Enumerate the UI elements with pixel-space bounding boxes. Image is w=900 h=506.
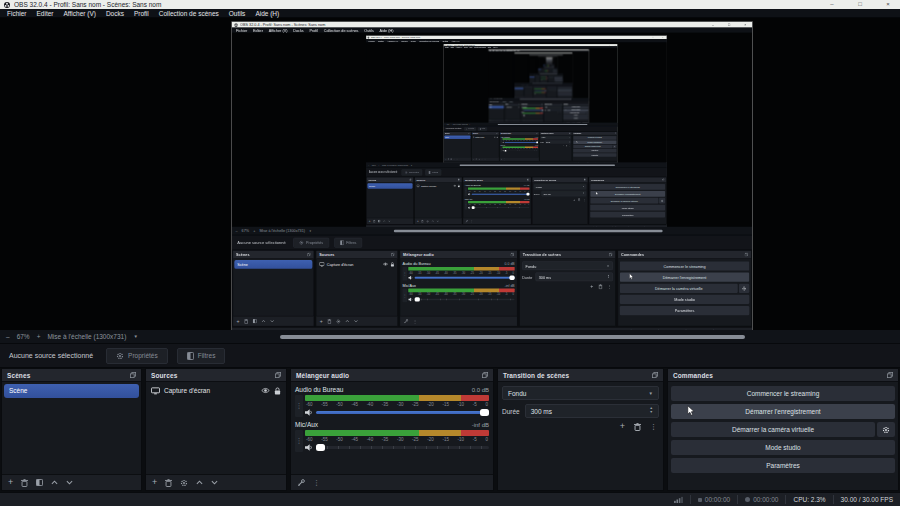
virtual-camera-settings-button[interactable] <box>877 422 895 437</box>
scene-filters-button[interactable] <box>492 120 493 121</box>
speaker-icon[interactable] <box>305 409 313 416</box>
mixer-more-icon[interactable]: ⋮ <box>504 158 505 160</box>
add-transition-button[interactable]: + <box>573 198 575 201</box>
speaker-icon[interactable] <box>468 193 471 196</box>
source-properties-button[interactable] <box>478 158 480 160</box>
start-virtual-camera-button[interactable]: Démarrer la caméra virtuelle <box>671 422 875 437</box>
move-source-down-button[interactable] <box>512 120 513 121</box>
add-source-button[interactable]: + <box>320 318 323 324</box>
preview-canvas[interactable] <box>543 57 554 64</box>
remove-scene-button[interactable] <box>373 220 375 223</box>
start-streaming-button[interactable]: Commencer le streaming <box>590 184 665 190</box>
start-recording-button[interactable]: Démarrer l'enregistrement <box>590 191 665 197</box>
add-source-button[interactable]: + <box>152 478 157 487</box>
move-source-down-button[interactable] <box>211 480 218 485</box>
properties-button[interactable]: Propriétés <box>293 237 329 247</box>
menu-collection-scenes[interactable]: Collection de scènes <box>154 9 224 18</box>
properties-button[interactable]: Propriétés <box>402 169 423 175</box>
transition-more-icon[interactable]: ⋮ <box>561 112 562 113</box>
scale-caret-icon[interactable]: ▼ <box>133 334 137 339</box>
preview-canvas[interactable]: OBS 32.0.4 - Profil: Sans nom - Scènes: … <box>488 52 588 98</box>
duration-spinbox[interactable]: 300 ms ▲▼ <box>541 191 586 196</box>
menu-docks[interactable]: Docks <box>101 9 129 18</box>
menu-outils[interactable]: Outils <box>224 9 251 18</box>
scene-filters-button[interactable] <box>36 479 43 486</box>
volume-slider-handle[interactable] <box>480 409 489 416</box>
volume-slider[interactable] <box>316 411 489 414</box>
virtual-camera-settings-button[interactable] <box>659 198 665 204</box>
menu-aide[interactable]: Aide (H) <box>377 27 397 33</box>
duration-spinbox[interactable]: 300 ms ▲▼ <box>535 272 613 281</box>
start-virtual-camera-button[interactable]: Démarrer la caméra virtuelle <box>590 198 658 204</box>
start-recording-button[interactable]: Démarrer l'enregistrement <box>620 272 749 281</box>
zoom-out-button[interactable]: – <box>6 333 10 340</box>
transition-more-icon[interactable]: ⋮ <box>583 198 585 201</box>
volume-slider-handle[interactable] <box>316 444 325 451</box>
volume-slider[interactable] <box>472 194 530 195</box>
duration-spinbox[interactable]: 300 ms ▲▼ <box>525 404 659 418</box>
filters-button[interactable]: Filtres <box>478 127 487 131</box>
studio-mode-button[interactable]: Mode studio <box>620 295 749 304</box>
channel-drag-handle[interactable]: ⋮ <box>465 187 468 195</box>
advanced-audio-icon[interactable] <box>297 479 305 487</box>
virtual-camera-settings-button[interactable] <box>739 284 749 293</box>
visibility-eye-icon[interactable] <box>453 184 456 187</box>
move-scene-up-button[interactable] <box>51 480 58 485</box>
volume-slider-handle[interactable] <box>509 276 514 280</box>
remove-source-button[interactable] <box>421 220 423 223</box>
preview-horizontal-scrollbar[interactable] <box>520 99 572 100</box>
speaker-icon[interactable] <box>468 206 471 209</box>
volume-slider-handle[interactable] <box>472 206 475 209</box>
add-transition-button[interactable]: + <box>563 145 564 147</box>
studio-mode-button[interactable]: Mode studio <box>671 440 895 455</box>
preview-horizontal-scrollbar[interactable] <box>460 164 615 166</box>
add-transition-button[interactable]: + <box>590 284 593 290</box>
spinner-arrows-icon[interactable]: ▲▼ <box>569 141 570 143</box>
scale-caret-icon[interactable]: ▼ <box>309 229 312 232</box>
volume-slider-handle[interactable] <box>505 150 507 152</box>
preview-canvas[interactable]: OBS 32.0.4 - Profil: Sans nom - Scènes: … <box>529 56 563 74</box>
channel-drag-handle[interactable]: ⋮ <box>403 267 408 281</box>
add-transition-button[interactable]: + <box>620 422 625 431</box>
volume-slider-handle[interactable] <box>542 110 543 111</box>
scene-list-item[interactable]: Scène <box>234 260 312 269</box>
remove-transition-button[interactable] <box>598 284 602 289</box>
move-source-up-button[interactable] <box>510 120 511 121</box>
scene-filters-button[interactable] <box>253 319 257 323</box>
move-source-down-button[interactable] <box>354 320 358 323</box>
move-scene-up-button[interactable] <box>383 220 385 222</box>
source-list-item[interactable]: Capture d'écran <box>535 76 540 77</box>
preview-horizontal-scrollbar[interactable] <box>280 335 745 339</box>
start-streaming-button[interactable]: Commencer le streaming <box>620 261 749 270</box>
preview-canvas[interactable]: OBS 32.0.4 - Profil: Sans nom - Scènes: … <box>538 56 557 67</box>
settings-button[interactable]: Paramètres <box>671 458 895 473</box>
remove-transition-button[interactable] <box>566 145 567 147</box>
close-button[interactable]: × <box>876 0 900 9</box>
transition-more-icon[interactable]: ⋮ <box>569 145 570 147</box>
studio-mode-button[interactable]: Mode studio <box>573 149 616 153</box>
zoom-in-button[interactable]: + <box>451 123 452 125</box>
advanced-audio-icon[interactable] <box>404 319 409 324</box>
speaker-icon[interactable] <box>408 276 413 280</box>
volume-slider[interactable] <box>316 446 489 449</box>
volume-slider[interactable] <box>415 277 515 279</box>
move-scene-down-button[interactable] <box>388 220 390 222</box>
transition-select[interactable]: Fondu ▼ <box>541 136 571 139</box>
transition-more-icon[interactable]: ⋮ <box>650 423 657 431</box>
move-source-down-button[interactable] <box>437 220 439 222</box>
preview-canvas[interactable]: OBS 32.0.4 - Profil: Sans nom - Scènes: … <box>366 43 667 163</box>
visibility-eye-icon[interactable] <box>261 387 270 394</box>
settings-button[interactable]: Paramètres <box>554 81 562 82</box>
scene-list-item[interactable]: Scène <box>515 88 524 89</box>
preview-canvas[interactable]: OBS 32.0.4 - Profil: Sans nom - Scènes: … <box>514 54 572 83</box>
move-scene-up-button[interactable] <box>454 158 455 159</box>
mixer-more-icon[interactable]: ⋮ <box>413 319 417 324</box>
spinner-arrows-icon[interactable]: ▲▼ <box>583 192 584 195</box>
move-scene-down-button[interactable] <box>496 120 497 121</box>
properties-button[interactable]: Propriétés <box>464 127 476 131</box>
move-source-up-button[interactable] <box>432 220 434 222</box>
settings-button[interactable]: Paramètres <box>590 212 665 218</box>
start-virtual-camera-button[interactable]: Démarrer la caméra virtuelle <box>620 284 738 293</box>
menu-editer[interactable]: Editer <box>32 9 59 18</box>
lock-icon[interactable] <box>390 262 394 267</box>
